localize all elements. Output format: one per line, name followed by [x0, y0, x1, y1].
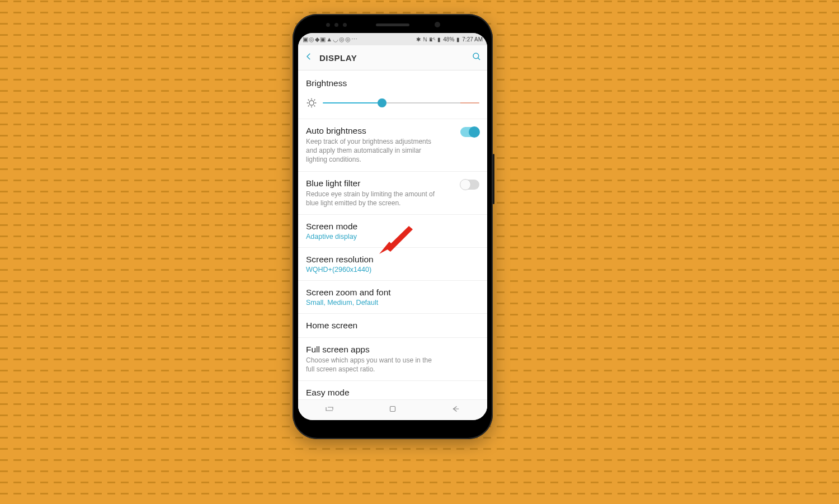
app-header: DISPLAY	[298, 45, 487, 70]
search-icon	[472, 51, 482, 62]
svg-line-9	[308, 106, 309, 107]
status-bar: ▣ ◎ ◆ ▣ ▲ ◡ ◎ ◎ ⋯ ✱ ℕ �དྷ ▮ 48% ▮ 7:27 A…	[298, 33, 487, 45]
svg-point-0	[473, 53, 479, 59]
setting-title: Screen mode	[306, 222, 479, 232]
svg-line-10	[314, 100, 315, 101]
setting-title: Auto brightness	[306, 126, 460, 136]
setting-title: Screen resolution	[306, 255, 479, 265]
phone-screen: ▣ ◎ ◆ ▣ ▲ ◡ ◎ ◎ ⋯ ✱ ℕ �དྷ ▮ 48% ▮ 7:27 A…	[298, 33, 487, 420]
status-battery-percent: 48%	[443, 36, 454, 43]
search-button[interactable]	[472, 51, 482, 64]
svg-line-8	[314, 106, 315, 107]
brightness-section: Brightness	[298, 70, 487, 119]
svg-line-7	[308, 100, 309, 101]
setting-full-screen-apps[interactable]: Full screen apps Choose which apps you w…	[298, 338, 487, 381]
nav-recents-button[interactable]	[324, 404, 334, 416]
chevron-left-icon	[304, 51, 314, 62]
back-button[interactable]	[304, 51, 314, 64]
status-time: 7:27 AM	[462, 36, 483, 43]
setting-title: Full screen apps	[306, 345, 479, 355]
phone-speaker	[376, 23, 409, 26]
phone-frame: ▣ ◎ ◆ ▣ ▲ ◡ ◎ ◎ ⋯ ✱ ℕ �དྷ ▮ 48% ▮ 7:27 A…	[293, 14, 493, 439]
blue-light-toggle[interactable]	[460, 180, 479, 190]
phone-front-camera	[435, 22, 440, 27]
setting-screen-resolution[interactable]: Screen resolution WQHD+(2960x1440)	[298, 248, 487, 281]
setting-screen-mode[interactable]: Screen mode Adaptive display	[298, 215, 487, 248]
auto-brightness-toggle[interactable]	[460, 127, 479, 137]
setting-home-screen[interactable]: Home screen	[298, 314, 487, 338]
back-icon	[451, 404, 461, 414]
nav-home-button[interactable]	[388, 404, 398, 416]
setting-title: Screen zoom and font	[306, 288, 479, 298]
setting-title: Blue light filter	[306, 178, 460, 189]
brightness-auto-icon	[306, 97, 317, 109]
phone-sensors	[326, 23, 347, 27]
page-background: ▣ ◎ ◆ ▣ ▲ ◡ ◎ ◎ ⋯ ✱ ℕ �དྷ ▮ 48% ▮ 7:27 A…	[0, 0, 839, 504]
setting-title: Home screen	[306, 321, 479, 331]
signal-icon: ▮	[437, 36, 441, 43]
setting-value: Adaptive display	[306, 233, 479, 241]
svg-line-1	[478, 58, 480, 60]
bluetooth-icon: ✱	[416, 36, 421, 43]
battery-icon: ▮	[456, 36, 460, 43]
setting-screen-zoom-and-font[interactable]: Screen zoom and font Small, Medium, Defa…	[298, 281, 487, 314]
svg-point-2	[309, 101, 314, 105]
svg-rect-11	[390, 407, 395, 412]
home-icon	[388, 404, 398, 414]
wifi-icon: �དྷ	[430, 36, 435, 43]
setting-desc: Keep track of your brightness adjustment…	[306, 137, 440, 164]
status-notification-icons: ▣ ◎ ◆ ▣ ▲ ◡ ◎ ◎ ⋯	[303, 36, 357, 43]
setting-desc: Reduce eye strain by limiting the amount…	[306, 190, 440, 208]
brightness-title: Brightness	[306, 78, 479, 88]
setting-title: Easy mode	[306, 388, 479, 398]
setting-blue-light-filter[interactable]: Blue light filter Reduce eye strain by l…	[298, 172, 487, 215]
nfc-icon: ℕ	[423, 36, 427, 43]
nav-back-button[interactable]	[451, 404, 461, 416]
brightness-slider-thumb[interactable]	[378, 98, 386, 107]
brightness-slider[interactable]	[323, 102, 479, 103]
page-title: DISPLAY	[319, 53, 466, 63]
settings-content: Brightness Auto brightness	[298, 70, 487, 413]
recents-icon	[324, 404, 334, 414]
setting-desc: Choose which apps you want to use in the…	[306, 356, 440, 374]
setting-value: Small, Medium, Default	[306, 299, 479, 307]
setting-value: WQHD+(2960x1440)	[306, 266, 479, 274]
setting-auto-brightness[interactable]: Auto brightness Keep track of your brigh…	[298, 119, 487, 172]
system-nav-bar	[298, 399, 487, 420]
